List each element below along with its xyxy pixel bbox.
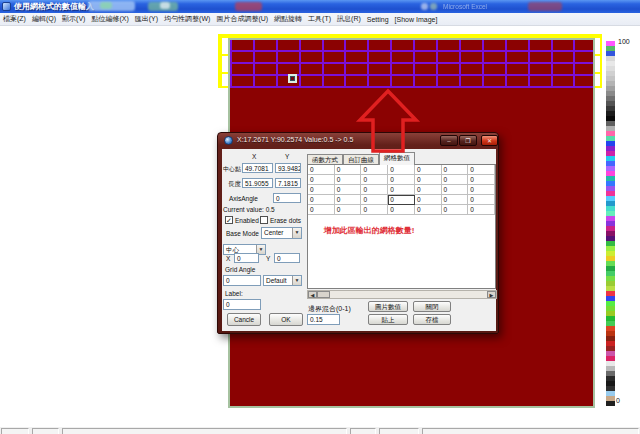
chevron-down-icon[interactable]: ▼ [292, 276, 301, 285]
table-cell[interactable]: 0 [442, 205, 469, 215]
menu-item[interactable]: 顯示(V) [59, 14, 88, 24]
horizontal-scrollbar[interactable]: ◀ ▶ [307, 290, 497, 299]
menu-item[interactable]: 工具(T) [305, 14, 334, 24]
dialog-titlebar[interactable]: X:17.2671 Y:90.2574 Value:0.5 -> 0.5 – ❐… [218, 133, 498, 149]
minimize-icon: – [441, 136, 457, 145]
tab-2[interactable]: 網格數值 [379, 152, 415, 165]
table-cell[interactable]: 0 [388, 175, 415, 185]
table-cell[interactable]: 0 [361, 205, 388, 215]
table-cell[interactable]: 0 [361, 165, 388, 175]
table-cell[interactable]: 0 [468, 205, 495, 215]
table-cell[interactable]: 0 [468, 175, 495, 185]
table-cell[interactable]: 0 [442, 195, 469, 205]
base-mode-select[interactable]: Center ▼ [261, 227, 302, 239]
menu-item[interactable]: 訊息(R) [334, 14, 364, 24]
table-cell[interactable]: 0 [415, 185, 442, 195]
paste-button[interactable]: 貼上 [368, 314, 408, 325]
enabled-checkbox[interactable]: ✓ [225, 216, 233, 224]
save-button[interactable]: 存檔 [413, 314, 451, 325]
menu-item[interactable]: 點位編修(X) [88, 14, 131, 24]
table-cell[interactable]: 0 [442, 175, 469, 185]
menu-item[interactable]: 檔案(Z) [0, 14, 29, 24]
close-dialog-button[interactable]: 關閉 [413, 301, 451, 312]
maximize-button[interactable]: ❐ [459, 135, 477, 146]
table-cell[interactable]: 0 [335, 185, 362, 195]
statusbar [0, 427, 640, 434]
image-values-button[interactable]: 圖片數值 [368, 301, 408, 312]
ok-button[interactable]: OK [269, 313, 303, 326]
table-cell[interactable]: 0 [361, 185, 388, 195]
selected-cell-marker[interactable] [288, 74, 297, 83]
status-cell [422, 428, 639, 434]
label-field[interactable]: 0 [223, 299, 261, 310]
chevron-down-icon[interactable]: ▼ [292, 228, 301, 238]
close-icon: ✕ [482, 136, 497, 145]
center-x-field[interactable]: 49.7081 [242, 163, 273, 173]
menu-item[interactable]: 均勻性調整(W) [161, 14, 213, 24]
table-cell[interactable]: 0 [468, 185, 495, 195]
table-cell[interactable]: 0 [415, 195, 442, 205]
table-cell[interactable]: 0 [442, 165, 469, 175]
titlebar: 使用網格式的數值輸入 Microsoft Excel [0, 0, 640, 13]
table-cell[interactable]: 0 [415, 165, 442, 175]
color-band [606, 401, 615, 406]
blend-field[interactable]: 0.15 [307, 314, 340, 325]
table-row: 0000000 [308, 195, 495, 205]
window-title: 使用網格式的數值輸入 [14, 1, 94, 12]
minimize-button[interactable]: – [440, 135, 458, 146]
center-y-field[interactable]: 93.9482 [275, 163, 301, 173]
x-field[interactable]: 0 [234, 253, 259, 263]
status-cell [379, 428, 419, 434]
table-cell[interactable]: 0 [308, 205, 335, 215]
menu-item[interactable]: 編輯(Q) [29, 14, 59, 24]
grid-angle-field[interactable]: 0 [223, 275, 261, 286]
scroll-right-icon[interactable]: ▶ [487, 291, 496, 298]
table-cell[interactable]: 0 [388, 195, 415, 205]
menu-item[interactable]: 圖片合成調整(U) [213, 14, 271, 24]
length-label: 長度 [228, 180, 241, 189]
status-cell [1, 428, 29, 434]
table-cell[interactable]: 0 [308, 195, 335, 205]
table-cell[interactable]: 0 [335, 205, 362, 215]
y-field[interactable]: 0 [274, 253, 300, 263]
cancel-button[interactable]: Cancle [227, 313, 261, 326]
table-cell[interactable]: 0 [335, 165, 362, 175]
scroll-thumb[interactable] [317, 291, 330, 298]
menu-item[interactable]: 匯出(Y) [132, 14, 161, 24]
table-cell[interactable]: 0 [415, 175, 442, 185]
table-cell[interactable]: 0 [335, 195, 362, 205]
table-cell[interactable]: 0 [335, 175, 362, 185]
axis-angle-label: AxisAngle [229, 195, 258, 202]
status-cell [32, 428, 59, 434]
length-y-field[interactable]: 7.1815 [275, 178, 301, 188]
axis-angle-field[interactable]: 0 [273, 193, 301, 203]
dialog-icon [224, 136, 233, 145]
length-x-field[interactable]: 51.9055 [242, 178, 273, 188]
menu-item[interactable]: 網點旋轉 [271, 14, 305, 24]
table-cell[interactable]: 0 [442, 185, 469, 195]
table-cell[interactable]: 0 [415, 205, 442, 215]
maximize-icon: ❐ [460, 136, 476, 145]
table-cell[interactable]: 0 [388, 185, 415, 195]
scroll-left-icon[interactable]: ◀ [308, 291, 317, 298]
table-cell[interactable]: 0 [308, 175, 335, 185]
enabled-label: Enabled [235, 217, 259, 224]
table-cell[interactable]: 0 [308, 165, 335, 175]
label-label: Label: [225, 290, 243, 297]
menu-item[interactable]: Setting [364, 16, 392, 23]
table-row: 0000000 [308, 175, 495, 185]
table-cell[interactable]: 0 [388, 165, 415, 175]
column-header-x: X [252, 153, 256, 160]
table-cell[interactable]: 0 [361, 175, 388, 185]
grid-angle-mode-select[interactable]: Default ▼ [263, 275, 302, 286]
close-button[interactable]: ✕ [481, 135, 498, 146]
table-cell[interactable]: 0 [388, 205, 415, 215]
menu-item[interactable]: [Show Image] [392, 16, 441, 23]
scale-min-label: 0 [616, 397, 620, 404]
table-cell[interactable]: 0 [308, 185, 335, 195]
table-cell[interactable]: 0 [468, 195, 495, 205]
titlebar-artifact [430, 3, 437, 10]
table-cell[interactable]: 0 [361, 195, 388, 205]
table-cell[interactable]: 0 [468, 165, 495, 175]
erase-dots-checkbox[interactable] [260, 216, 268, 224]
